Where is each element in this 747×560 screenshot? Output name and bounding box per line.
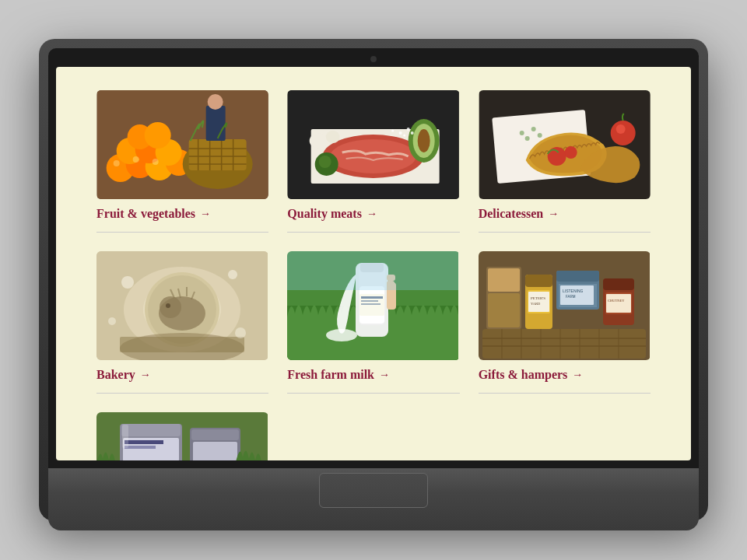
svg-rect-16	[189, 139, 247, 170]
svg-point-71	[108, 317, 116, 325]
trackpad[interactable]	[319, 473, 428, 508]
svg-rect-104	[603, 278, 634, 290]
svg-rect-120	[121, 424, 181, 436]
svg-point-70	[235, 327, 246, 338]
svg-point-47	[524, 136, 529, 141]
camera-dot	[370, 56, 377, 62]
svg-rect-106	[606, 294, 631, 313]
category-item-quality-meats[interactable]: Quality meats →	[278, 90, 468, 251]
svg-rect-123	[124, 446, 156, 449]
svg-point-68	[121, 276, 134, 289]
category-grid: Fruit & vegetables →	[87, 90, 660, 460]
svg-rect-98	[556, 271, 599, 282]
svg-point-11	[145, 122, 171, 149]
category-item-delicatessen[interactable]: Delicatessen →	[469, 90, 660, 251]
category-image-fruits	[96, 90, 268, 199]
svg-rect-125	[191, 429, 239, 440]
svg-point-82	[326, 329, 357, 341]
svg-rect-126	[193, 442, 237, 460]
category-image-meats	[287, 90, 459, 199]
svg-point-60	[160, 296, 181, 318]
svg-rect-92	[525, 275, 552, 287]
laptop-frame: Fruit & vegetables →	[39, 39, 708, 521]
category-label-deli: Delicatessen →	[479, 207, 651, 233]
svg-point-14	[153, 159, 159, 165]
svg-point-35	[418, 129, 430, 152]
laptop-base	[48, 468, 699, 530]
svg-point-46	[531, 127, 535, 131]
category-image-partial	[96, 412, 268, 460]
category-image-gifts: PETER'S YARD LISTENING FARM	[479, 251, 651, 360]
svg-point-41	[411, 131, 414, 135]
category-label-bakery: Bakery →	[96, 368, 268, 394]
screen-bezel: Fruit & vegetables →	[48, 48, 699, 468]
svg-point-32	[319, 156, 331, 168]
svg-text:LISTENING: LISTENING	[563, 289, 584, 293]
svg-point-65	[166, 303, 170, 308]
svg-point-50	[564, 146, 577, 159]
category-item-fruits-vegetables[interactable]: Fruit & vegetables →	[87, 90, 278, 251]
svg-rect-90	[488, 293, 520, 327]
svg-text:PETER'S: PETER'S	[531, 296, 545, 300]
category-item-gifts-hampers[interactable]: PETER'S YARD LISTENING FARM	[469, 251, 660, 412]
screen: Fruit & vegetables →	[56, 67, 691, 460]
svg-rect-86	[287, 251, 458, 290]
svg-rect-79	[361, 296, 383, 299]
svg-rect-122	[124, 440, 163, 444]
svg-point-69	[228, 270, 237, 279]
svg-point-30	[331, 139, 416, 173]
category-label-meats: Quality meats →	[287, 207, 459, 233]
svg-text:FARM: FARM	[566, 295, 576, 299]
svg-rect-89	[488, 268, 520, 292]
svg-point-25	[208, 94, 223, 110]
svg-rect-67	[120, 337, 244, 352]
svg-text:CHUTNEY: CHUTNEY	[608, 299, 625, 303]
svg-point-40	[403, 135, 405, 137]
svg-point-12	[114, 160, 120, 166]
svg-point-49	[547, 147, 566, 166]
svg-point-48	[537, 133, 542, 138]
svg-point-13	[133, 156, 139, 163]
svg-point-38	[399, 131, 402, 135]
svg-rect-80	[361, 300, 378, 302]
svg-point-36	[310, 133, 328, 149]
svg-point-45	[519, 131, 524, 135]
category-label-fruits: Fruit & vegetables →	[96, 207, 268, 233]
category-image-deli	[479, 90, 651, 199]
svg-rect-127	[122, 425, 128, 448]
svg-point-39	[407, 128, 410, 131]
category-item-bakery[interactable]: Bakery →	[87, 251, 278, 412]
svg-rect-81	[361, 303, 381, 305]
category-image-bakery	[96, 251, 268, 360]
category-label-milk: Fresh farm milk →	[287, 368, 459, 394]
svg-point-52	[615, 124, 625, 134]
svg-point-42	[391, 130, 394, 132]
svg-point-37	[326, 131, 340, 143]
svg-rect-108	[482, 329, 646, 359]
category-item-fresh-farm-milk[interactable]: Fresh farm milk →	[278, 251, 468, 412]
svg-text:YARD: YARD	[531, 302, 541, 306]
category-label-gifts: Gifts & hampers →	[479, 368, 651, 394]
category-image-milk	[287, 251, 459, 360]
svg-rect-24	[206, 106, 226, 141]
category-item-partial[interactable]	[87, 412, 278, 460]
